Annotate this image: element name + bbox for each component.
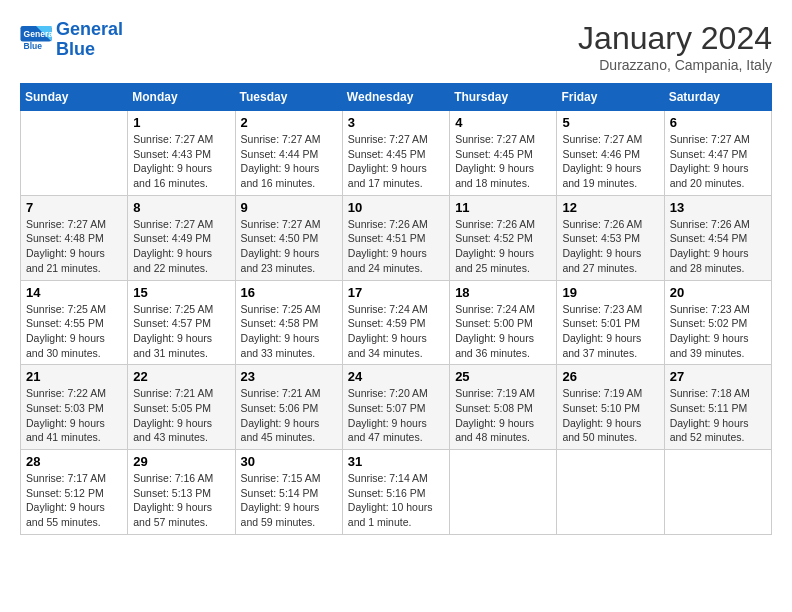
calendar-week-3: 14Sunrise: 7:25 AMSunset: 4:55 PMDayligh… [21, 280, 772, 365]
calendar-header: Sunday Monday Tuesday Wednesday Thursday… [21, 84, 772, 111]
weekday-header-row: Sunday Monday Tuesday Wednesday Thursday… [21, 84, 772, 111]
day-number: 7 [26, 200, 122, 215]
day-info: Sunrise: 7:27 AMSunset: 4:49 PMDaylight:… [133, 217, 229, 276]
calendar-cell [450, 450, 557, 535]
header-monday: Monday [128, 84, 235, 111]
day-info: Sunrise: 7:18 AMSunset: 5:11 PMDaylight:… [670, 386, 766, 445]
day-number: 20 [670, 285, 766, 300]
svg-text:Blue: Blue [24, 41, 43, 51]
day-info: Sunrise: 7:27 AMSunset: 4:48 PMDaylight:… [26, 217, 122, 276]
calendar-cell: 15Sunrise: 7:25 AMSunset: 4:57 PMDayligh… [128, 280, 235, 365]
calendar-cell: 29Sunrise: 7:16 AMSunset: 5:13 PMDayligh… [128, 450, 235, 535]
calendar-cell: 12Sunrise: 7:26 AMSunset: 4:53 PMDayligh… [557, 195, 664, 280]
day-number: 1 [133, 115, 229, 130]
calendar-cell: 14Sunrise: 7:25 AMSunset: 4:55 PMDayligh… [21, 280, 128, 365]
day-number: 14 [26, 285, 122, 300]
day-number: 9 [241, 200, 337, 215]
calendar-cell: 6Sunrise: 7:27 AMSunset: 4:47 PMDaylight… [664, 111, 771, 196]
day-info: Sunrise: 7:19 AMSunset: 5:10 PMDaylight:… [562, 386, 658, 445]
logo-text: General Blue [56, 20, 123, 60]
day-info: Sunrise: 7:17 AMSunset: 5:12 PMDaylight:… [26, 471, 122, 530]
calendar-cell: 22Sunrise: 7:21 AMSunset: 5:05 PMDayligh… [128, 365, 235, 450]
day-number: 5 [562, 115, 658, 130]
calendar-cell: 19Sunrise: 7:23 AMSunset: 5:01 PMDayligh… [557, 280, 664, 365]
day-number: 6 [670, 115, 766, 130]
day-info: Sunrise: 7:21 AMSunset: 5:06 PMDaylight:… [241, 386, 337, 445]
calendar-body: 1Sunrise: 7:27 AMSunset: 4:43 PMDaylight… [21, 111, 772, 535]
day-number: 28 [26, 454, 122, 469]
calendar-cell: 21Sunrise: 7:22 AMSunset: 5:03 PMDayligh… [21, 365, 128, 450]
calendar-table: Sunday Monday Tuesday Wednesday Thursday… [20, 83, 772, 535]
calendar-cell: 17Sunrise: 7:24 AMSunset: 4:59 PMDayligh… [342, 280, 449, 365]
day-number: 29 [133, 454, 229, 469]
logo: General Blue General Blue [20, 20, 123, 60]
day-info: Sunrise: 7:24 AMSunset: 5:00 PMDaylight:… [455, 302, 551, 361]
day-info: Sunrise: 7:14 AMSunset: 5:16 PMDaylight:… [348, 471, 444, 530]
day-info: Sunrise: 7:20 AMSunset: 5:07 PMDaylight:… [348, 386, 444, 445]
day-number: 12 [562, 200, 658, 215]
calendar-cell: 25Sunrise: 7:19 AMSunset: 5:08 PMDayligh… [450, 365, 557, 450]
calendar-cell: 7Sunrise: 7:27 AMSunset: 4:48 PMDaylight… [21, 195, 128, 280]
day-info: Sunrise: 7:26 AMSunset: 4:51 PMDaylight:… [348, 217, 444, 276]
day-number: 15 [133, 285, 229, 300]
day-number: 17 [348, 285, 444, 300]
header-saturday: Saturday [664, 84, 771, 111]
day-number: 22 [133, 369, 229, 384]
day-number: 13 [670, 200, 766, 215]
header-sunday: Sunday [21, 84, 128, 111]
header-thursday: Thursday [450, 84, 557, 111]
day-number: 18 [455, 285, 551, 300]
day-number: 3 [348, 115, 444, 130]
calendar-cell: 1Sunrise: 7:27 AMSunset: 4:43 PMDaylight… [128, 111, 235, 196]
calendar-cell: 3Sunrise: 7:27 AMSunset: 4:45 PMDaylight… [342, 111, 449, 196]
header-friday: Friday [557, 84, 664, 111]
calendar-cell: 9Sunrise: 7:27 AMSunset: 4:50 PMDaylight… [235, 195, 342, 280]
calendar-cell: 11Sunrise: 7:26 AMSunset: 4:52 PMDayligh… [450, 195, 557, 280]
day-number: 21 [26, 369, 122, 384]
day-number: 19 [562, 285, 658, 300]
day-info: Sunrise: 7:21 AMSunset: 5:05 PMDaylight:… [133, 386, 229, 445]
day-number: 27 [670, 369, 766, 384]
day-info: Sunrise: 7:27 AMSunset: 4:45 PMDaylight:… [348, 132, 444, 191]
location-subtitle: Durazzano, Campania, Italy [578, 57, 772, 73]
calendar-cell: 16Sunrise: 7:25 AMSunset: 4:58 PMDayligh… [235, 280, 342, 365]
calendar-week-5: 28Sunrise: 7:17 AMSunset: 5:12 PMDayligh… [21, 450, 772, 535]
month-title: January 2024 [578, 20, 772, 57]
day-number: 10 [348, 200, 444, 215]
calendar-cell: 24Sunrise: 7:20 AMSunset: 5:07 PMDayligh… [342, 365, 449, 450]
calendar-cell: 8Sunrise: 7:27 AMSunset: 4:49 PMDaylight… [128, 195, 235, 280]
day-info: Sunrise: 7:27 AMSunset: 4:44 PMDaylight:… [241, 132, 337, 191]
day-info: Sunrise: 7:22 AMSunset: 5:03 PMDaylight:… [26, 386, 122, 445]
logo-icon: General Blue [20, 26, 52, 54]
day-number: 11 [455, 200, 551, 215]
day-number: 23 [241, 369, 337, 384]
day-info: Sunrise: 7:27 AMSunset: 4:43 PMDaylight:… [133, 132, 229, 191]
day-info: Sunrise: 7:23 AMSunset: 5:02 PMDaylight:… [670, 302, 766, 361]
day-info: Sunrise: 7:25 AMSunset: 4:57 PMDaylight:… [133, 302, 229, 361]
day-info: Sunrise: 7:27 AMSunset: 4:45 PMDaylight:… [455, 132, 551, 191]
day-info: Sunrise: 7:26 AMSunset: 4:52 PMDaylight:… [455, 217, 551, 276]
calendar-week-1: 1Sunrise: 7:27 AMSunset: 4:43 PMDaylight… [21, 111, 772, 196]
day-info: Sunrise: 7:26 AMSunset: 4:53 PMDaylight:… [562, 217, 658, 276]
calendar-week-2: 7Sunrise: 7:27 AMSunset: 4:48 PMDaylight… [21, 195, 772, 280]
calendar-cell [664, 450, 771, 535]
calendar-cell: 27Sunrise: 7:18 AMSunset: 5:11 PMDayligh… [664, 365, 771, 450]
day-number: 2 [241, 115, 337, 130]
day-number: 26 [562, 369, 658, 384]
day-info: Sunrise: 7:25 AMSunset: 4:58 PMDaylight:… [241, 302, 337, 361]
calendar-cell: 26Sunrise: 7:19 AMSunset: 5:10 PMDayligh… [557, 365, 664, 450]
day-info: Sunrise: 7:27 AMSunset: 4:47 PMDaylight:… [670, 132, 766, 191]
calendar-cell: 4Sunrise: 7:27 AMSunset: 4:45 PMDaylight… [450, 111, 557, 196]
day-info: Sunrise: 7:23 AMSunset: 5:01 PMDaylight:… [562, 302, 658, 361]
day-info: Sunrise: 7:27 AMSunset: 4:46 PMDaylight:… [562, 132, 658, 191]
calendar-cell: 18Sunrise: 7:24 AMSunset: 5:00 PMDayligh… [450, 280, 557, 365]
day-info: Sunrise: 7:15 AMSunset: 5:14 PMDaylight:… [241, 471, 337, 530]
day-number: 8 [133, 200, 229, 215]
calendar-cell: 10Sunrise: 7:26 AMSunset: 4:51 PMDayligh… [342, 195, 449, 280]
day-info: Sunrise: 7:24 AMSunset: 4:59 PMDaylight:… [348, 302, 444, 361]
calendar-cell: 13Sunrise: 7:26 AMSunset: 4:54 PMDayligh… [664, 195, 771, 280]
day-number: 4 [455, 115, 551, 130]
day-info: Sunrise: 7:27 AMSunset: 4:50 PMDaylight:… [241, 217, 337, 276]
day-number: 31 [348, 454, 444, 469]
calendar-cell: 31Sunrise: 7:14 AMSunset: 5:16 PMDayligh… [342, 450, 449, 535]
